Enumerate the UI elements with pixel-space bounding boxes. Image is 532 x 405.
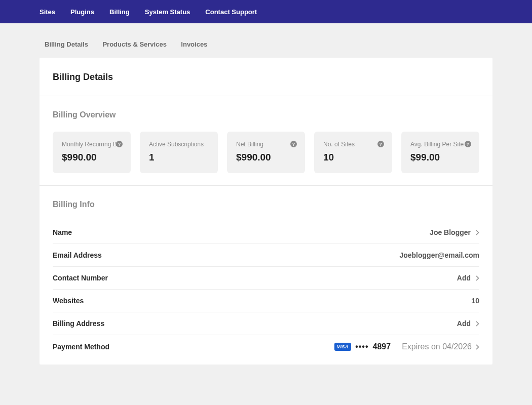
value-payment-method-wrap: VISA •••• 4897 Expires on 04/2026	[334, 342, 479, 351]
help-icon[interactable]: ?	[290, 141, 297, 147]
value-name-wrap: Joe Blogger	[430, 228, 479, 236]
chevron-right-icon[interactable]	[476, 230, 479, 235]
card-active-subscriptions: Active Subscriptions 1	[140, 132, 218, 173]
tab-invoices[interactable]: Invoices	[181, 40, 207, 48]
help-icon[interactable]: ?	[377, 141, 384, 147]
sub-nav: Billing Details Products & Services Invo…	[0, 23, 532, 58]
nav-system-status[interactable]: System Status	[145, 8, 191, 16]
card-monthly-recurring: Monthly Recurring Bill $990.00 ?	[53, 132, 131, 173]
page-title: Billing Details	[53, 72, 479, 83]
row-billing-address: Billing Address Add	[53, 312, 479, 335]
top-nav: Sites Plugins Billing System Status Cont…	[0, 0, 532, 23]
card-label: Monthly Recurring Bill	[62, 141, 122, 148]
nav-contact-support[interactable]: Contact Support	[205, 8, 257, 16]
tab-products-services[interactable]: Products & Services	[102, 40, 166, 48]
info-title: Billing Info	[53, 200, 479, 209]
label-websites: Websites	[53, 297, 84, 305]
overview-title: Billing Overview	[53, 110, 479, 119]
card-value: 10	[323, 152, 383, 163]
billing-overview-section: Billing Overview Monthly Recurring Bill …	[40, 96, 492, 186]
info-list: Name Joe Blogger Email Address Joeblogge…	[53, 221, 479, 358]
card-label: No. of Sites	[323, 141, 383, 148]
value-websites: 10	[471, 297, 479, 305]
card-expires: Expires on 04/2026	[402, 342, 472, 351]
row-contact: Contact Number Add	[53, 267, 479, 290]
chevron-right-icon[interactable]	[476, 275, 479, 281]
label-payment-method: Payment Method	[53, 343, 109, 351]
nav-billing[interactable]: Billing	[109, 8, 130, 16]
value-name: Joe Blogger	[430, 228, 471, 236]
card-mask: ••••	[355, 342, 368, 351]
row-payment-method: Payment Method VISA •••• 4897 Expires on…	[53, 335, 479, 358]
card-value: 1	[149, 152, 209, 163]
panel-header: Billing Details	[40, 58, 492, 96]
help-icon[interactable]: ?	[116, 141, 123, 147]
label-email: Email Address	[53, 251, 102, 259]
card-label: Active Subscriptions	[149, 141, 209, 148]
nav-plugins[interactable]: Plugins	[70, 8, 94, 16]
overview-cards: Monthly Recurring Bill $990.00 ? Active …	[53, 132, 479, 173]
billing-info-section: Billing Info Name Joe Blogger Email Addr…	[40, 186, 492, 364]
card-net-billing: Net Billing $990.00 ?	[227, 132, 305, 173]
card-avg-billing-per-site: Avg. Billing Per Site $99.00 ?	[401, 132, 479, 173]
card-last4: 4897	[373, 342, 391, 351]
label-contact: Contact Number	[53, 274, 108, 282]
help-icon[interactable]: ?	[465, 141, 471, 147]
value-contact-wrap: Add	[457, 274, 479, 282]
add-address-link[interactable]: Add	[457, 319, 471, 328]
value-email: Joeblogger@email.com	[399, 251, 479, 259]
row-email: Email Address Joeblogger@email.com	[53, 244, 479, 267]
card-label: Avg. Billing Per Site	[410, 141, 470, 148]
nav-sites[interactable]: Sites	[40, 8, 55, 16]
tab-billing-details[interactable]: Billing Details	[45, 40, 88, 48]
value-billing-address-wrap: Add	[457, 319, 479, 328]
label-name: Name	[53, 228, 72, 236]
card-value: $99.00	[410, 152, 470, 163]
row-name: Name Joe Blogger	[53, 221, 479, 244]
label-billing-address: Billing Address	[53, 319, 104, 328]
card-label: Net Billing	[236, 141, 296, 148]
card-no-of-sites: No. of Sites 10 ?	[314, 132, 392, 173]
card-value: $990.00	[62, 152, 122, 163]
add-contact-link[interactable]: Add	[457, 274, 471, 282]
card-value: $990.00	[236, 152, 296, 163]
chevron-right-icon[interactable]	[476, 321, 479, 327]
row-websites: Websites 10	[53, 290, 479, 312]
visa-badge-icon: VISA	[334, 343, 351, 351]
chevron-right-icon[interactable]	[476, 344, 479, 350]
billing-panel: Billing Details Billing Overview Monthly…	[40, 58, 492, 364]
